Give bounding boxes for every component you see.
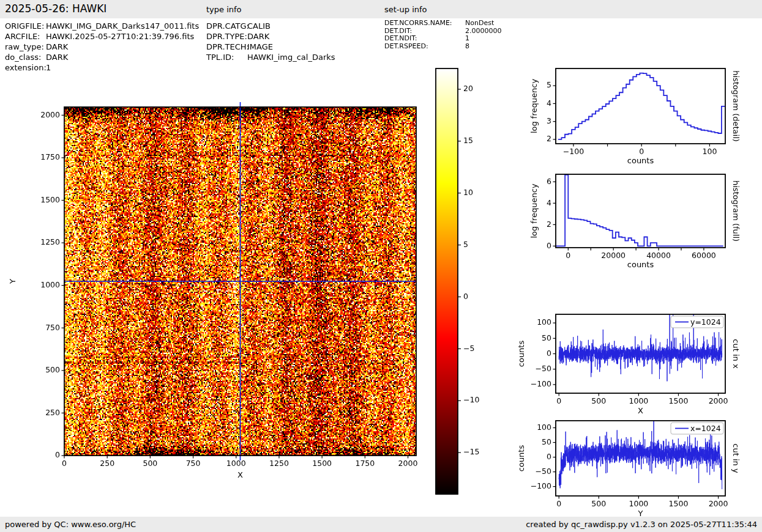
info-value: HAWKI_IMG_DARK_Darks147_0011.fits	[46, 21, 199, 31]
qc-report-page: { "header": { "title": "2025-05-26: HAWK…	[0, 0, 762, 532]
info-label: DPR.TYPE:	[206, 31, 247, 42]
type-info-block: DPR.CATG:CALIB DPR.TYPE:DARK DPR.TECH:IM…	[206, 21, 335, 62]
info-row: DPR.TYPE:DARK	[206, 31, 335, 42]
info-value: DARK	[46, 42, 68, 51]
info-value: DARK	[247, 32, 269, 41]
info-label: DPR.CATG:	[206, 21, 247, 31]
info-row: DPR.CATG:CALIB	[206, 21, 335, 31]
info-label: DET.NCORRS.NAME:	[384, 20, 465, 28]
info-label: do_class:	[5, 52, 46, 62]
footer-bar: powered by QC: www.eso.org/HC created by…	[0, 517, 762, 532]
info-row: ORIGFILE:HAWKI_IMG_DARK_Darks147_0011.fi…	[5, 21, 199, 31]
info-value: HAWKI.2025-05-27T10:21:39.796.fits	[46, 32, 194, 41]
info-value: CALIB	[247, 21, 271, 31]
info-label: extension:	[5, 62, 46, 73]
info-value: NonDest	[465, 19, 494, 27]
info-row: extension:1	[5, 62, 199, 73]
type-info-header: type info	[206, 5, 242, 14]
info-label: TPL.ID:	[206, 52, 247, 62]
info-value: 1	[46, 63, 51, 72]
plots-canvas	[0, 0, 762, 532]
page-title: 2025-05-26: HAWKI	[5, 2, 106, 15]
info-row: do_class:DARK	[5, 52, 199, 62]
info-label: DET.RSPEED:	[384, 43, 465, 51]
info-value: IMAGE	[247, 42, 273, 51]
info-value: 8	[465, 42, 469, 50]
info-value: 2.0000000	[465, 27, 502, 35]
info-value: 1	[465, 34, 469, 42]
info-value: HAWKI_img_cal_Darks	[247, 53, 335, 62]
info-row: DET.RSPEED:8	[384, 43, 502, 51]
setup-info-block: DET.NCORRS.NAME:NonDest DET.DIT:2.000000…	[384, 20, 502, 50]
info-label: ORIGFILE:	[5, 21, 46, 31]
footer-right-text: created by qc_rawdisp.py v1.2.3 on 2025-…	[526, 517, 757, 532]
info-row: TPL.ID:HAWKI_img_cal_Darks	[206, 52, 335, 62]
info-label: ARCFILE:	[5, 31, 46, 42]
info-row: DET.NDIT:1	[384, 35, 502, 43]
info-row: DPR.TECH:IMAGE	[206, 42, 335, 52]
info-value: DARK	[46, 53, 68, 62]
file-info-block: ORIGFILE:HAWKI_IMG_DARK_Darks147_0011.fi…	[5, 21, 199, 73]
header-bar: 2025-05-26: HAWKI type info set-up info	[0, 0, 762, 18]
info-label: DET.NDIT:	[384, 35, 465, 43]
info-row: raw_type:DARK	[5, 42, 199, 52]
info-label: raw_type:	[5, 42, 46, 52]
info-row: ARCFILE:HAWKI.2025-05-27T10:21:39.796.fi…	[5, 31, 199, 42]
footer-left-text: powered by QC: www.eso.org/HC	[5, 517, 136, 532]
info-label: DPR.TECH:	[206, 42, 247, 52]
setup-info-header: set-up info	[384, 5, 427, 14]
